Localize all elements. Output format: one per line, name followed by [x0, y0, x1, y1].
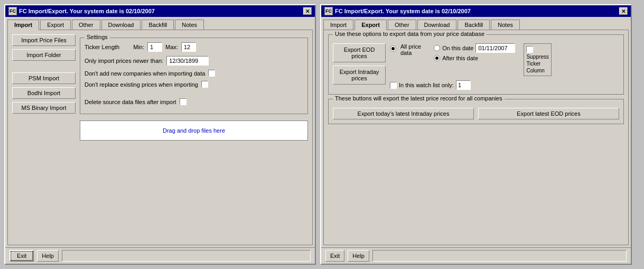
window-title-import: FC Import/Export. Your system date is 02… [19, 8, 303, 14]
titlebar-import: FC FC Import/Export. Your system date is… [5, 5, 315, 17]
ticker-max-input[interactable]: 12 [181, 42, 196, 52]
newer-label: Only import prices newer than: [85, 58, 163, 64]
tab-notes[interactable]: Notes [175, 20, 204, 30]
newer-date-input[interactable]: 12/30/1899 [166, 56, 209, 66]
tab2-other[interactable]: Other [388, 20, 416, 30]
window-title-export: FC Import/Export. Your system date is 02… [335, 8, 619, 14]
window-content-export: Import Export Other Download Backfill No… [321, 17, 631, 264]
status-bar-export [372, 250, 627, 262]
tab2-export[interactable]: Export [354, 20, 387, 30]
tab-download[interactable]: Download [101, 20, 141, 30]
titlebar-export: FC FC Import/Export. Your system date is… [321, 5, 631, 17]
import-folder-button[interactable]: Import Folder [12, 49, 76, 61]
export-date-input[interactable]: 01/11/2007 [475, 43, 515, 53]
import-buttons-col: Import Price Files Import Folder PSM Imp… [12, 34, 76, 141]
export-options-group: Use these options to export data from yo… [328, 34, 624, 95]
suppress-line3: Column [526, 68, 548, 73]
suppress-box: Suppress Ticker Column [524, 43, 551, 76]
suppress-checkbox[interactable] [526, 46, 533, 53]
tab2-import[interactable]: Import [323, 20, 353, 30]
tab2-download[interactable]: Download [417, 20, 457, 30]
after-this-date-row: After this date [434, 55, 515, 61]
export-latest-eod-button[interactable]: Export latest EOD prices [478, 108, 619, 119]
watch-list-row: In this watch list only: 1 [390, 80, 619, 90]
tab2-backfill[interactable]: Backfill [458, 20, 490, 30]
bottom-bar-export: Exit Help [321, 247, 631, 264]
ticker-length-row: Ticker Length Min: 1 Max: 12 [85, 42, 303, 52]
tab2-notes[interactable]: Notes [491, 20, 520, 30]
on-this-date-row: On this date 01/11/2007 [434, 43, 515, 53]
delete-label: Delete source data files after import [85, 99, 176, 105]
latest-buttons-row: Export today's latest Intraday prices Ex… [333, 108, 619, 119]
ticker-length-label: Ticker Length [85, 44, 119, 50]
psm-import-button[interactable]: PSM Import [12, 72, 76, 84]
all-price-line2: data [400, 50, 421, 56]
no-replace-checkbox[interactable] [201, 81, 208, 88]
newer-than-row: Only import prices newer than: 12/30/189… [85, 56, 303, 66]
export-group-label: Use these options to export data from yo… [333, 31, 487, 37]
no-add-label: Don't add new companies when importing d… [85, 70, 205, 77]
on-this-date-radio[interactable] [434, 45, 440, 51]
min-label: Min: [133, 44, 144, 50]
import-tab-content: Import Price Files Import Folder PSM Imp… [7, 30, 313, 245]
exit-button-import[interactable]: Exit [10, 250, 34, 262]
latest-export-group: These buttons will export the latest pri… [328, 99, 624, 124]
delete-row: Delete source data files after import [85, 98, 303, 105]
ticker-min-input[interactable]: 1 [147, 42, 162, 52]
suppress-line1: Suppress [526, 54, 548, 60]
tab-other[interactable]: Other [72, 20, 100, 30]
drag-drop-area[interactable]: Drag and drop files here [80, 120, 308, 141]
delete-checkbox[interactable] [180, 98, 186, 105]
ms-binary-import-button[interactable]: MS Binary Import [12, 102, 76, 114]
after-this-date-label: After this date [442, 55, 478, 61]
status-bar-import [62, 250, 311, 262]
export-buttons-row: Export EOD prices Export Intraday prices [333, 43, 619, 90]
watch-list-input[interactable]: 1 [456, 80, 471, 90]
tabs-import: Import Export Other Download Backfill No… [5, 17, 315, 30]
export-btn-col: Export EOD prices Export Intraday prices [333, 43, 386, 85]
drag-drop-label: Drag and drop files here [163, 127, 225, 134]
tab-export[interactable]: Export [40, 20, 71, 30]
settings-group: Settings Ticker Length Min: 1 Max: 12 On… [80, 38, 308, 114]
close-button-import[interactable]: ✕ [303, 7, 312, 15]
no-replace-label: Don't replace existing prices when impor… [85, 81, 198, 88]
no-replace-row: Don't replace existing prices when impor… [85, 81, 303, 88]
export-layout: Use these options to export data from yo… [328, 34, 624, 124]
window-content-import: Import Export Other Download Backfill No… [5, 17, 315, 264]
export-latest-intraday-button[interactable]: Export today's latest Intraday prices [333, 108, 474, 119]
import-price-files-button[interactable]: Import Price Files [12, 34, 76, 46]
on-this-date-label: On this date [442, 45, 473, 51]
export-tab-content: Use these options to export data from yo… [323, 30, 629, 245]
bottom-bar-import: Exit Help [5, 247, 315, 264]
all-price-radio[interactable] [390, 45, 396, 52]
export-radio-options: All price data On this date 01/11/2007 [390, 43, 619, 90]
window-export: FC FC Import/Export. Your system date is… [320, 4, 632, 265]
settings-area: Settings Ticker Length Min: 1 Max: 12 On… [80, 34, 308, 141]
watch-list-label: In this watch list only: [399, 82, 454, 88]
help-button-import[interactable]: Help [37, 250, 59, 262]
window-import: FC FC Import/Export. Your system date is… [4, 4, 316, 265]
tab-backfill[interactable]: Backfill [142, 20, 174, 30]
tabs-export: Import Export Other Download Backfill No… [321, 17, 631, 30]
latest-group-label: These buttons will export the latest pri… [333, 95, 505, 101]
after-this-date-radio[interactable] [434, 55, 440, 61]
all-price-radio-group: All price data On this date 01/11/2007 [390, 43, 619, 76]
tab-import[interactable]: Import [7, 20, 39, 30]
app-icon: FC [8, 7, 17, 15]
bodhi-import-button[interactable]: Bodhi Import [12, 87, 76, 99]
exit-button-export[interactable]: Exit [325, 250, 344, 262]
suppress-line2: Ticker [526, 61, 548, 67]
help-button-export[interactable]: Help [348, 250, 369, 262]
all-price-line1: All price [400, 43, 421, 50]
export-eod-button[interactable]: Export EOD prices [333, 43, 386, 62]
export-intraday-button[interactable]: Export Intraday prices [333, 66, 386, 85]
watch-list-checkbox[interactable] [390, 82, 397, 89]
close-button-export[interactable]: ✕ [619, 7, 628, 15]
import-layout: Import Price Files Import Folder PSM Imp… [12, 34, 308, 141]
max-label: Max: [165, 44, 178, 50]
no-add-checkbox[interactable] [208, 70, 215, 77]
no-add-row: Don't add new companies when importing d… [85, 70, 303, 77]
app-icon-2: FC [324, 7, 333, 15]
settings-group-label: Settings [85, 34, 110, 40]
